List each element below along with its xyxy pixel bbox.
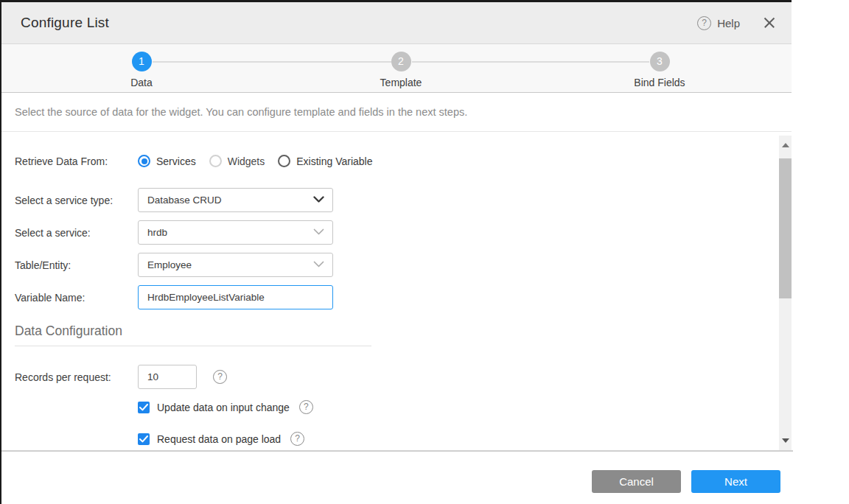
step-bind-fields[interactable]: 3 Bind Fields — [608, 52, 711, 88]
request-data-help-question-circle-icon[interactable]: ? — [290, 432, 304, 446]
triangle-down-icon — [782, 438, 789, 443]
step-data[interactable]: 1 Data — [90, 52, 193, 88]
footer-divider — [1, 450, 793, 452]
update-data-checkbox-label[interactable]: Update data on input change — [157, 402, 290, 413]
wizard-stepper: 1 Data 2 Template 3 Bind Fields — [1, 44, 792, 93]
retrieve-data-radio-group: Services Widgets Existing Variable — [138, 155, 373, 167]
radio-selected-icon[interactable] — [138, 155, 150, 167]
dialog-title: Configure List — [21, 15, 109, 31]
radio-existing-variable[interactable]: Existing Variable — [278, 155, 372, 167]
radio-services[interactable]: Services — [138, 155, 196, 167]
service-type-label: Select a service type: — [15, 195, 138, 206]
chevron-down-icon — [313, 261, 324, 268]
update-data-checkbox-checked[interactable] — [138, 402, 150, 413]
step-number-badge: 3 — [650, 52, 670, 71]
radio-unselected-icon[interactable] — [209, 155, 222, 167]
checkmark-icon — [139, 404, 148, 411]
checkmark-icon — [139, 435, 148, 443]
cancel-button[interactable]: Cancel — [592, 470, 681, 493]
step-label: Bind Fields — [608, 77, 711, 88]
table-entity-label: Table/Entity: — [15, 259, 138, 271]
records-per-request-input[interactable] — [138, 365, 197, 389]
form-content: Retrieve Data From: Services Widgets Exi… — [1, 132, 792, 447]
radio-widgets[interactable]: Widgets — [209, 155, 265, 167]
configure-list-dialog: Configure List ? Help 1 Data 2 Template … — [0, 0, 792, 504]
update-data-checkbox-row: Update data on input change ? — [138, 400, 792, 414]
step-description-bar: Select the source of data for the widget… — [1, 93, 792, 132]
section-divider — [15, 346, 371, 346]
request-data-checkbox-row: Request data on page load ? — [138, 432, 792, 446]
dialog-header: Configure List ? Help — [1, 2, 792, 44]
step-template[interactable]: 2 Template — [349, 52, 453, 88]
step-description-text: Select the source of data for the widget… — [15, 106, 467, 118]
step-label: Template — [349, 77, 453, 88]
service-label: Select a service: — [15, 227, 138, 239]
scrollbar-thumb[interactable] — [779, 158, 792, 298]
scroll-up-button[interactable] — [779, 136, 792, 155]
next-button[interactable]: Next — [691, 470, 780, 493]
step-number-badge: 1 — [132, 52, 152, 71]
update-data-help-question-circle-icon[interactable]: ? — [299, 400, 313, 414]
records-per-request-label: Records per request: — [15, 371, 138, 383]
chevron-down-icon — [313, 196, 324, 203]
help-question-circle-icon[interactable]: ? — [697, 16, 711, 30]
help-link[interactable]: Help — [717, 17, 740, 29]
close-icon[interactable] — [764, 17, 775, 29]
scroll-down-button[interactable] — [779, 431, 792, 450]
service-type-select[interactable]: Database CRUD — [138, 188, 333, 212]
radio-unselected-icon[interactable] — [278, 155, 290, 167]
triangle-up-icon — [782, 143, 789, 147]
step-label: Data — [90, 77, 193, 88]
variable-name-label: Variable Name: — [15, 292, 138, 304]
request-data-checkbox-label[interactable]: Request data on page load — [157, 433, 281, 445]
step-number-badge: 2 — [391, 52, 411, 71]
service-select[interactable]: hrdb — [138, 220, 333, 245]
records-help-question-circle-icon[interactable]: ? — [213, 370, 227, 384]
variable-name-input[interactable] — [138, 285, 333, 309]
table-entity-select[interactable]: Employee — [138, 253, 333, 277]
vertical-scrollbar[interactable] — [779, 136, 792, 450]
chevron-down-icon — [313, 228, 324, 236]
request-data-checkbox-checked[interactable] — [138, 433, 150, 445]
retrieve-data-from-label: Retrieve Data From: — [15, 155, 138, 167]
data-configuration-heading: Data Configuration — [15, 323, 792, 339]
